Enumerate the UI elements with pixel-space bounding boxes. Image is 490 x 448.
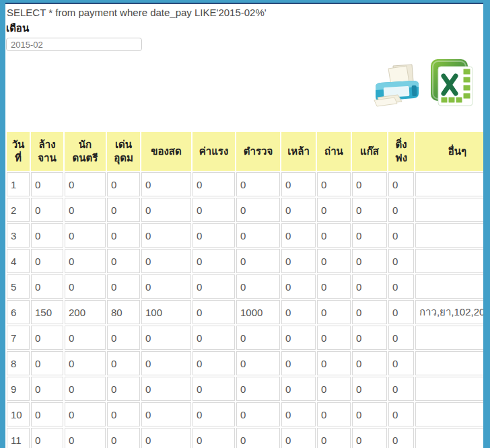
table-cell: 0 (317, 326, 351, 350)
table-cell: 0 (193, 326, 235, 350)
payment-report-page: SELECT * from payment where date_pay LIK… (0, 0, 490, 448)
table-cell: 0 (352, 351, 387, 375)
column-header: นัก ดนตรี (65, 132, 106, 171)
table-cell: 0 (388, 428, 414, 448)
table-cell: 0 (31, 223, 63, 248)
table-cell: 150 (31, 300, 63, 324)
table-row: 40000000000 (7, 249, 490, 273)
table-cell: 0 (236, 351, 280, 375)
table-row: 615020080100010000000กาว,ยา,102,200 (7, 300, 490, 324)
table-cell: 0 (141, 249, 191, 273)
month-input[interactable] (6, 38, 142, 51)
table-cell (415, 172, 490, 196)
print-button[interactable] (372, 63, 423, 110)
table-cell (415, 223, 490, 248)
column-header: แก๊ส (352, 132, 387, 171)
table-cell: 0 (65, 428, 106, 448)
column-header: ถ่าน (317, 132, 351, 171)
sql-query-text: SELECT * from payment where date_pay LIK… (7, 7, 483, 18)
table-cell: 0 (65, 223, 106, 248)
table-cell: 0 (317, 198, 351, 222)
table-cell: 0 (31, 274, 63, 299)
table-cell: 0 (388, 326, 414, 350)
column-header: เด่น อุดม (107, 132, 140, 171)
table-cell: 0 (193, 428, 235, 448)
table-cell: 0 (281, 377, 316, 401)
table-cell (415, 249, 490, 273)
table-cell: 0 (65, 326, 106, 350)
table-cell: 0 (317, 377, 351, 401)
column-header: อื่นๆ (415, 132, 490, 171)
table-cell: 0 (388, 198, 414, 222)
table-cell (415, 428, 490, 448)
table-cell: 0 (107, 377, 140, 401)
table-cell: 0 (281, 172, 316, 196)
table-row: 20000000000 (7, 198, 490, 222)
table-cell: 0 (281, 351, 316, 375)
table-cell: 0 (281, 428, 316, 448)
table-cell (415, 274, 490, 299)
table-cell: 0 (236, 326, 280, 350)
column-header: เหล้า (281, 132, 316, 171)
table-row: 10000000000 (7, 172, 490, 196)
table-cell: 0 (281, 402, 316, 426)
column-header: วัน ที่ (7, 132, 30, 171)
table-cell: 0 (281, 198, 316, 222)
table-cell: 0 (388, 249, 414, 273)
table-cell (415, 198, 490, 222)
table-cell: 0 (107, 249, 140, 273)
table-cell: 0 (352, 223, 387, 248)
table-cell: 4 (7, 249, 30, 273)
column-header: ค่าแรง (193, 132, 235, 171)
table-cell: 0 (141, 326, 191, 350)
table-cell: 0 (317, 249, 351, 273)
table-cell: 0 (31, 172, 63, 196)
table-cell: 0 (31, 198, 63, 222)
table-cell: 0 (236, 198, 280, 222)
table-row: 90000000000 (7, 377, 490, 401)
table-cell: 0 (193, 402, 235, 426)
table-row: 30000000000 (7, 223, 490, 248)
table-cell: 0 (193, 377, 235, 401)
table-cell: 0 (352, 428, 387, 448)
table-cell: 0 (107, 198, 140, 222)
table-cell: 0 (193, 172, 235, 196)
table-cell: 0 (31, 249, 63, 273)
table-cell: 0 (281, 326, 316, 350)
table-cell: 0 (352, 198, 387, 222)
table-cell: 0 (31, 326, 63, 350)
table-cell: 0 (141, 402, 191, 426)
table-cell: 0 (193, 249, 235, 273)
table-cell: 0 (141, 223, 191, 248)
table-cell: 0 (236, 172, 280, 196)
table-cell: 0 (388, 402, 414, 426)
table-cell: 0 (193, 223, 235, 248)
table-cell: 0 (317, 172, 351, 196)
top-divider (5, 3, 483, 4)
table-cell: 0 (107, 402, 140, 426)
table-cell: 100 (141, 300, 191, 324)
table-cell: 0 (236, 428, 280, 448)
table-cell: 200 (65, 300, 106, 324)
table-cell: 0 (352, 300, 387, 324)
table-cell: 11 (7, 428, 30, 448)
table-cell: 0 (317, 351, 351, 375)
table-body: 1000000000020000000000300000000004000000… (7, 172, 490, 448)
table-cell: 0 (31, 402, 63, 426)
table-cell: 8 (7, 351, 30, 375)
table-row: 70000000000 (7, 326, 490, 350)
table-cell: 0 (281, 223, 316, 248)
export-excel-button[interactable] (429, 58, 474, 110)
table-cell: 0 (352, 274, 387, 299)
table-header-row: วัน ที่ล้าง จานนัก ดนตรีเด่น อุดมของสดค่… (7, 132, 490, 171)
toolbar (372, 58, 474, 110)
table-cell: 0 (317, 223, 351, 248)
table-cell: 0 (193, 351, 235, 375)
table-cell: 0 (31, 377, 63, 401)
table-cell: 0 (388, 172, 414, 196)
table-cell: 0 (388, 351, 414, 375)
table-cell: 6 (7, 300, 30, 324)
table-cell: 0 (236, 274, 280, 299)
table-cell: 0 (141, 198, 191, 222)
table-cell: 0 (141, 274, 191, 299)
